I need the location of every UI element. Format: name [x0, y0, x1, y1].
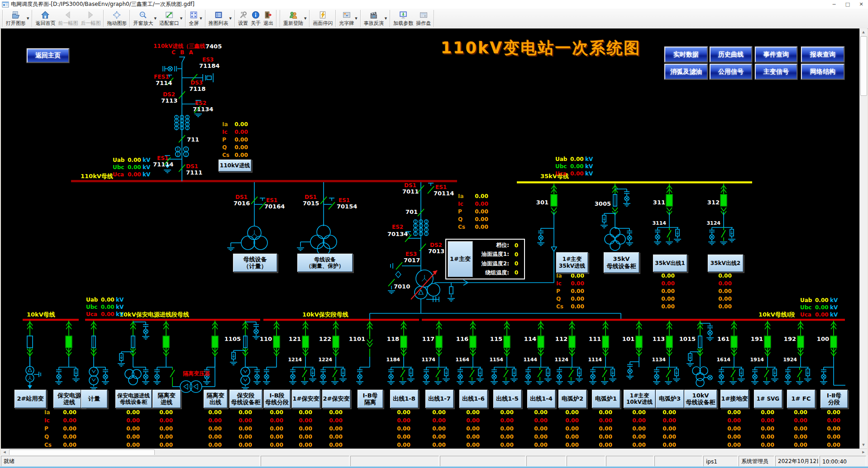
nav-button-2[interactable]: 历史曲线: [710, 47, 752, 62]
toolbar-item-about[interactable]: 关于: [249, 9, 262, 28]
diagram-label: 7111: [186, 170, 202, 175]
toolbar-item-settings[interactable]: 设置: [237, 9, 249, 28]
dropdown-arrow-icon[interactable]: ▼: [154, 17, 156, 20]
feeder-button[interactable]: I-Ⅱ母分段: [820, 389, 848, 408]
diagram-label: 711: [187, 137, 199, 142]
scroll-up-icon[interactable]: ▲: [860, 28, 867, 36]
feeder-button[interactable]: 2#保安变: [322, 389, 351, 408]
toolbar-item-relogin[interactable]: 重新登陆▼: [282, 9, 308, 28]
minimize-button[interactable]: ─: [827, 0, 841, 9]
telemetry-value: 0.00: [794, 410, 807, 415]
toolbar-item-op-panel[interactable]: 操作盘: [415, 9, 432, 28]
nav-button-1[interactable]: 实时数据: [664, 47, 708, 62]
toolbar-item-accident-replay[interactable]: 事故反演▼: [362, 9, 388, 28]
feeder-button[interactable]: 1#主变10kV进线: [623, 389, 656, 408]
toolbar-item-open-graph[interactable]: 打开图形▼: [5, 9, 30, 28]
feeder-button[interactable]: 出线1-5: [493, 389, 522, 408]
horizontal-scrollbar[interactable]: ◀ ▶: [1, 449, 867, 455]
panel-row-value: 0: [510, 260, 523, 267]
feeder-button[interactable]: 电弧炉2: [558, 389, 587, 408]
dropdown-arrow-icon[interactable]: ▼: [355, 17, 357, 20]
feeder-button[interactable]: 隔离变进线: [152, 389, 181, 408]
feeder-button[interactable]: 电弧炉1: [591, 389, 620, 408]
diagram-button[interactable]: 35kV出线1: [653, 254, 687, 272]
dropdown-arrow-icon[interactable]: ▼: [180, 17, 182, 20]
button-label: I-B段: [269, 392, 284, 399]
toolbar-item-pan[interactable]: 拖动图形: [105, 9, 128, 28]
button-label: 35kV出线1: [655, 260, 685, 266]
feeder-button[interactable]: 出线1-7: [425, 389, 454, 408]
toolbar-item-home[interactable]: 返回首页: [34, 9, 57, 28]
diagram-button[interactable]: 35kV母线设备柜: [603, 252, 639, 273]
feeder-button[interactable]: 1#保安变: [291, 389, 320, 408]
feeder-button[interactable]: 保安段母线设备柜: [229, 389, 262, 408]
main-transformer-button[interactable]: 1#主变: [448, 241, 473, 277]
diagram-button[interactable]: 110kV进线: [218, 159, 252, 172]
scroll-right-icon[interactable]: ▶: [860, 449, 867, 455]
maximize-button[interactable]: □: [841, 0, 854, 9]
diagram-button[interactable]: 35kV出线2: [707, 254, 744, 272]
toolbar-item-light-board[interactable]: 光字牌▼: [338, 9, 358, 28]
diagram-label: 3124: [706, 221, 720, 226]
feeder-button[interactable]: 保安电源进线母线设备柜: [115, 389, 152, 408]
nav-button-8[interactable]: 网络结构: [801, 64, 844, 80]
toolbar-item-label: 开窗放大: [133, 20, 153, 27]
feeder-button[interactable]: I-B段母线分段: [263, 389, 291, 408]
vertical-scroll-thumb[interactable]: [860, 36, 867, 96]
toolbar-item-prev-graph[interactable]: 前一幅图: [57, 9, 79, 28]
vertical-scrollbar[interactable]: ▲ ▼: [859, 28, 867, 449]
diagram-button[interactable]: 1#主变35kV进线: [556, 252, 588, 273]
telemetry-value: 0.00: [661, 288, 675, 294]
toolbar-item-load-params[interactable]: 加载参数: [392, 9, 415, 28]
feeder-button[interactable]: 出线1-8: [390, 389, 419, 408]
button-label: 10kV: [692, 392, 709, 399]
toolbar-separator: [309, 10, 310, 27]
feeder-button[interactable]: 1# SVG: [754, 389, 782, 408]
feeder-button[interactable]: I-B母隔离: [357, 389, 383, 408]
nav-button-3[interactable]: 事件查询: [755, 47, 797, 62]
nav-button-6[interactable]: 公用信号: [710, 64, 752, 80]
diagram-button[interactable]: 母线设备（测量、保护）: [297, 253, 353, 272]
switch-number: 1174: [421, 357, 435, 362]
toolbar-item-label: 推图列表: [209, 20, 229, 27]
toolbar-separator: [360, 10, 361, 27]
telemetry-label: Q: [222, 145, 227, 150]
telemetry-value: 0.00: [432, 442, 446, 448]
nav-button-5[interactable]: 消弧及滤油: [664, 64, 708, 80]
diagram-label: DS1: [186, 164, 198, 169]
feeder-button[interactable]: 计量: [81, 389, 108, 408]
breaker-number: 111: [589, 336, 601, 342]
toolbar-item-stop-flash[interactable]: 画面停闪: [311, 9, 334, 28]
toolbar-item-full-screen[interactable]: 全屏▼: [187, 9, 203, 28]
toolbar-item-zoom-window[interactable]: 开窗放大▼: [132, 9, 157, 28]
toolbar-item-graph-list[interactable]: 推图列表▼: [207, 9, 233, 28]
feeder-button[interactable]: 1# FC: [787, 389, 816, 408]
dropdown-arrow-icon[interactable]: ▼: [229, 17, 232, 20]
feeder-button[interactable]: 1#接地变: [720, 389, 749, 408]
feeder-button[interactable]: 电弧炉3: [655, 389, 684, 408]
telemetry-value: 0.00: [475, 209, 488, 214]
toolbar-item-label: 后一幅图: [81, 20, 100, 27]
dropdown-arrow-icon[interactable]: ▼: [385, 17, 387, 20]
nav-button-7[interactable]: 主变信号: [755, 64, 797, 80]
close-button[interactable]: ✕: [854, 0, 868, 9]
toolbar-item-fit-window[interactable]: 适配窗口▼: [158, 9, 184, 28]
telemetry-value: 0.00: [718, 273, 732, 279]
feeder-button[interactable]: 出线1-4: [527, 389, 556, 408]
10kv-feeder-161: [718, 321, 745, 384]
feeder-button[interactable]: 出线1-6: [459, 389, 488, 408]
feeder-button[interactable]: 2#站用变: [14, 389, 47, 408]
dropdown-arrow-icon[interactable]: ▼: [27, 17, 29, 20]
scroll-left-icon[interactable]: ◀: [1, 449, 8, 455]
dropdown-arrow-icon[interactable]: ▼: [304, 17, 306, 20]
scroll-down-icon[interactable]: ▼: [860, 441, 867, 449]
home-button[interactable]: 返回主页: [27, 48, 69, 63]
telemetry-value: 0.00: [126, 442, 140, 448]
feeder-button[interactable]: 10kV母线设备柜: [684, 389, 717, 408]
feeder-button[interactable]: 隔离变出线: [203, 389, 228, 408]
dropdown-arrow-icon[interactable]: ▼: [200, 17, 202, 20]
toolbar-item-next-graph[interactable]: 后一幅图: [79, 9, 102, 28]
diagram-button[interactable]: 母线设备（计量）: [233, 253, 277, 272]
toolbar-item-exit[interactable]: 退出: [262, 9, 275, 28]
nav-button-4[interactable]: 报表查询: [801, 47, 844, 62]
